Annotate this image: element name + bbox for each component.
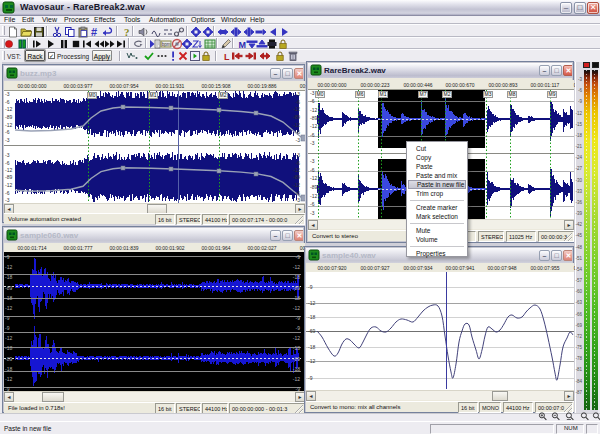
svg-text:-18: -18 [308, 314, 315, 320]
svg-text:-6: -6 [296, 190, 301, 196]
svg-text:-18: -18 [293, 274, 300, 280]
svg-text:-12: -12 [308, 358, 315, 364]
svg-text:-89: -89 [293, 356, 300, 362]
svg-text:-12: -12 [5, 122, 12, 128]
svg-text:-6: -6 [296, 129, 301, 135]
svg-text:-89: -89 [293, 114, 300, 120]
svg-text:-89: -89 [310, 115, 317, 121]
svg-text:-89: -89 [310, 184, 317, 190]
svg-text:-18: -18 [308, 344, 315, 350]
svg-text:-89: -89 [5, 174, 12, 180]
svg-text:-6: -6 [310, 98, 315, 104]
svg-text:-18: -18 [5, 345, 12, 351]
svg-text:-9: -9 [5, 325, 10, 331]
svg-text:-12: -12 [293, 376, 300, 382]
svg-text:-6: -6 [5, 99, 10, 105]
svg-text:-12: -12 [293, 264, 300, 270]
svg-text:-12: -12 [5, 305, 12, 311]
svg-text:-12: -12 [293, 182, 300, 188]
svg-text:-6: -6 [5, 160, 10, 166]
svg-text:#: # [91, 26, 97, 38]
svg-text:-69: -69 [308, 328, 315, 334]
svg-text:-3: -3 [296, 91, 301, 97]
svg-text:-6: -6 [5, 190, 10, 196]
svg-text:-3: -3 [310, 140, 315, 146]
svg-text:-6: -6 [296, 160, 301, 166]
svg-text:-18: -18 [5, 295, 12, 301]
svg-text:-3: -3 [310, 158, 315, 164]
svg-text:-3: -3 [310, 210, 315, 216]
svg-text:-3: -3 [310, 90, 315, 96]
svg-text:-9: -9 [296, 315, 301, 321]
svg-text:-12: -12 [293, 305, 300, 311]
svg-text:-12: -12 [310, 193, 317, 199]
svg-text:-3: -3 [5, 91, 10, 97]
svg-text:-6: -6 [310, 167, 315, 173]
svg-text:-12: -12 [308, 300, 315, 306]
svg-text:-9: -9 [296, 325, 301, 331]
svg-text:-9: -9 [296, 254, 301, 260]
svg-text:-18: -18 [293, 295, 300, 301]
svg-text:-3: -3 [5, 152, 10, 158]
svg-text:-12: -12 [5, 376, 12, 382]
svg-text:-9: -9 [5, 254, 10, 260]
svg-text:-3: -3 [296, 137, 301, 143]
svg-text:bpm: bpm [162, 42, 171, 47]
svg-text:-12: -12 [5, 264, 12, 270]
svg-text:-89: -89 [293, 174, 300, 180]
svg-text:-12: -12 [293, 106, 300, 112]
svg-text:-12: -12 [293, 167, 300, 173]
svg-text:-89: -89 [293, 285, 300, 291]
svg-text:-18: -18 [293, 345, 300, 351]
svg-text:-6: -6 [310, 132, 315, 138]
svg-text:-9: -9 [308, 284, 313, 290]
svg-text:?: ? [124, 26, 130, 38]
svg-text:-89: -89 [5, 114, 12, 120]
svg-text:-18: -18 [293, 366, 300, 372]
svg-text:-12: -12 [5, 106, 12, 112]
svg-text:M: M [239, 40, 247, 50]
svg-text:-12: -12 [293, 122, 300, 128]
svg-text:-6: -6 [310, 201, 315, 207]
svg-text:-6: -6 [296, 99, 301, 105]
svg-text:-12: -12 [5, 335, 12, 341]
svg-text:-12: -12 [5, 182, 12, 188]
svg-text:-89: -89 [5, 285, 12, 291]
svg-text:-3: -3 [296, 152, 301, 158]
svg-text:-89: -89 [5, 356, 12, 362]
svg-text:-12: -12 [310, 123, 317, 129]
svg-text:-12: -12 [310, 175, 317, 181]
svg-text:-12: -12 [293, 335, 300, 341]
svg-text:-9: -9 [5, 315, 10, 321]
svg-text:-9: -9 [308, 375, 313, 381]
svg-text:L: L [224, 52, 230, 62]
svg-text:-18: -18 [5, 366, 12, 372]
svg-text:-6: -6 [5, 129, 10, 135]
svg-text:-18: -18 [5, 274, 12, 280]
svg-text:-12: -12 [310, 107, 317, 113]
svg-text:-3: -3 [5, 137, 10, 143]
svg-text:-12: -12 [5, 167, 12, 173]
